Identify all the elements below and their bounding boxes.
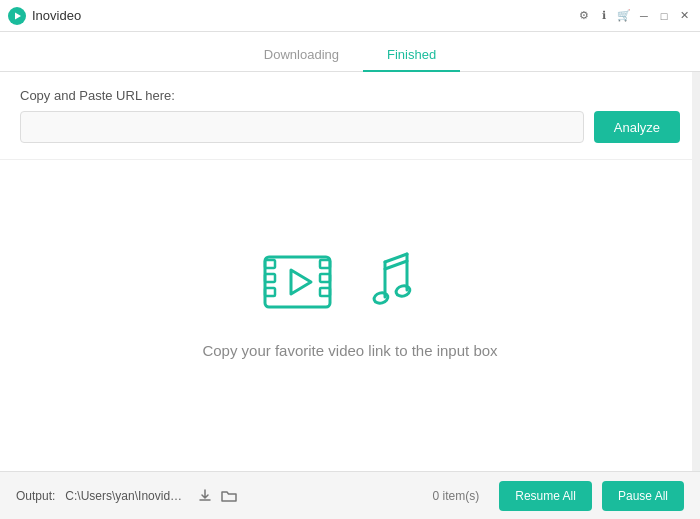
resume-all-button[interactable]: Resume All — [499, 481, 592, 511]
title-bar: Inovideo ⚙ ℹ 🛒 ─ □ ✕ — [0, 0, 700, 32]
empty-state-message: Copy your favorite video link to the inp… — [202, 342, 497, 359]
settings-icon[interactable]: ⚙ — [576, 8, 592, 24]
title-bar-controls: ⚙ ℹ 🛒 ─ □ ✕ — [576, 8, 692, 24]
close-button[interactable]: ✕ — [676, 8, 692, 24]
empty-state-icons — [255, 242, 445, 322]
bottom-bar: Output: C:\Users\yan\Inovideo\D... 0 ite… — [0, 471, 700, 519]
tab-downloading[interactable]: Downloading — [240, 39, 363, 72]
download-icon[interactable] — [195, 486, 215, 506]
maximize-button[interactable]: □ — [656, 8, 672, 24]
item-count: 0 item(s) — [433, 489, 480, 503]
tab-finished[interactable]: Finished — [363, 39, 460, 72]
output-label: Output: — [16, 489, 55, 503]
url-row: Analyze — [20, 111, 680, 143]
info-icon[interactable]: ℹ — [596, 8, 612, 24]
svg-marker-9 — [291, 270, 311, 294]
app-logo-icon — [8, 7, 26, 25]
folder-icon[interactable] — [219, 486, 239, 506]
svg-point-13 — [395, 284, 411, 297]
music-icon — [365, 242, 445, 322]
url-section: Copy and Paste URL here: Analyze — [0, 72, 700, 160]
url-label: Copy and Paste URL here: — [20, 88, 680, 103]
empty-state: Copy your favorite video link to the inp… — [0, 160, 700, 471]
svg-point-11 — [373, 291, 389, 304]
app-title: Inovideo — [32, 8, 81, 23]
cart-icon[interactable]: 🛒 — [616, 8, 632, 24]
pause-all-button[interactable]: Pause All — [602, 481, 684, 511]
title-bar-left: Inovideo — [8, 7, 81, 25]
analyze-button[interactable]: Analyze — [594, 111, 680, 143]
output-path: C:\Users\yan\Inovideo\D... — [65, 489, 185, 503]
main-content: Copy and Paste URL here: Analyze — [0, 72, 700, 471]
tab-bar: Downloading Finished — [0, 32, 700, 72]
output-icons — [195, 486, 239, 506]
scrollbar[interactable] — [692, 72, 700, 471]
minimize-button[interactable]: ─ — [636, 8, 652, 24]
video-icon — [255, 242, 345, 322]
url-input[interactable] — [20, 111, 584, 143]
